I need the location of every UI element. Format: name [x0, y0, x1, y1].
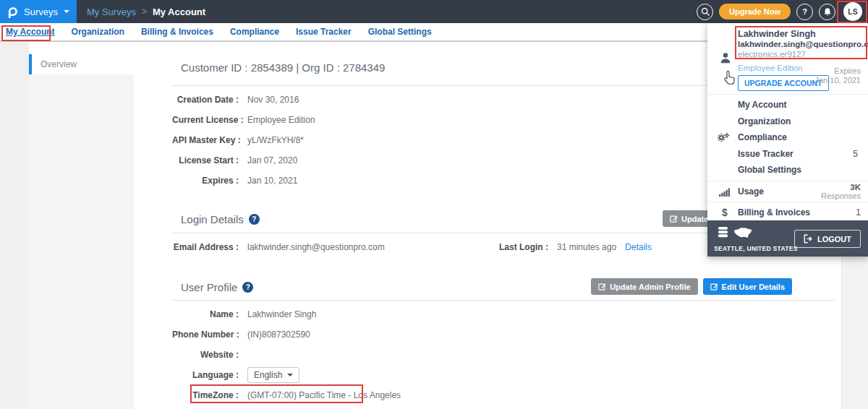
help-button[interactable]: ? — [796, 4, 813, 20]
field-label: TimeZone : — [172, 390, 239, 400]
timezone-value: (GMT-07:00) Pacific Time - Los Angeles — [247, 390, 401, 400]
menu-item-usage[interactable]: Usage 3K Responses — [707, 181, 868, 202]
menu-item-issue-tracker[interactable]: Issue Tracker 5 — [707, 146, 868, 163]
tab-billing-invoices[interactable]: Billing & Invoices — [141, 27, 213, 37]
edit-user-details-label: Edit User Details — [722, 283, 785, 291]
bell-icon — [823, 7, 832, 17]
sidebar-item-overview[interactable]: Overview — [29, 54, 134, 74]
menu-item-compliance[interactable]: Compliance — [707, 129, 868, 146]
field-value: Jan 10, 2021 — [247, 176, 297, 186]
field-value: (IN)8087302590 — [247, 330, 310, 340]
edit-icon — [670, 215, 678, 223]
tab-global-settings[interactable]: Global Settings — [368, 27, 432, 37]
field-label: Website : — [172, 350, 239, 360]
field-label: Current License : — [172, 115, 239, 125]
field-row-timezone: TimeZone : (GMT-07:00) Pacific Time - Lo… — [172, 385, 835, 405]
product-switcher[interactable]: Surveys — [0, 0, 77, 23]
product-name: Surveys — [24, 7, 58, 17]
last-login-block: Last Login : 31 minutes ago Details — [499, 237, 652, 257]
top-bar: Surveys My Surveys > My Account Upgrade … — [0, 0, 868, 23]
issue-tracker-count: 5 — [853, 149, 858, 159]
update-admin-profile-button[interactable]: Update Admin Profile — [591, 278, 697, 295]
questionpro-logo-icon — [7, 6, 19, 18]
login-details-help-icon[interactable]: ? — [249, 214, 260, 225]
breadcrumb: My Surveys > My Account — [87, 7, 205, 17]
menu-item-organization[interactable]: Organization — [707, 113, 868, 130]
last-login-label: Last Login : — [499, 242, 548, 252]
customer-org-id-title: Customer ID : 2854389 | Org ID : 2784349 — [181, 61, 385, 74]
user-avatar[interactable]: LS — [843, 2, 862, 21]
dropdown-user-email: lakhwinder.singh@questionpro.com — [738, 39, 859, 49]
field-label: Expires : — [172, 176, 239, 186]
dropdown-menu: My Account Organization Compliance Issue… — [707, 94, 868, 181]
tab-organization[interactable]: Organization — [72, 27, 124, 37]
server-icon — [716, 225, 730, 242]
search-icon — [701, 7, 710, 16]
menu-item-label: Issue Tracker — [738, 149, 793, 159]
hand-cursor-icon — [723, 69, 736, 88]
left-gutter — [0, 42, 29, 409]
usage-value: 3K — [821, 183, 861, 191]
tab-issue-tracker[interactable]: Issue Tracker — [296, 27, 352, 37]
section-divider — [172, 300, 835, 301]
update-admin-profile-label: Update Admin Profile — [610, 283, 690, 291]
sidebar-item-label: Overview — [41, 59, 77, 69]
datacenter-location: SEATTLE, UNITED STATES — [714, 245, 798, 252]
tab-my-account[interactable]: My Account — [6, 27, 55, 37]
logout-label: LOGOUT — [817, 235, 851, 244]
usage-stats: 3K Responses — [821, 183, 861, 200]
sidebar-body — [29, 74, 134, 409]
menu-item-label: Organization — [738, 116, 791, 126]
chevron-down-icon — [64, 10, 69, 13]
language-value: English — [254, 370, 282, 380]
field-label: Creation Date : — [172, 95, 239, 105]
field-value: Employee Edition — [247, 115, 315, 125]
menu-item-label: My Account — [738, 100, 787, 110]
menu-item-my-account[interactable]: My Account — [707, 97, 868, 113]
field-label: Language : — [172, 370, 239, 380]
logout-button[interactable]: LOGOUT — [794, 230, 861, 248]
field-row-language: Language : English — [172, 365, 835, 385]
upgrade-now-button[interactable]: Upgrade Now — [719, 4, 791, 20]
breadcrumb-my-surveys[interactable]: My Surveys — [87, 7, 136, 17]
menu-item-label: Compliance — [738, 132, 787, 142]
breadcrumb-current-page: My Account — [153, 7, 205, 17]
field-label: License Start : — [172, 155, 239, 165]
bar-chart-icon — [719, 188, 730, 199]
logout-icon — [804, 234, 813, 244]
field-value: yL/WzFkYH/8* — [247, 135, 304, 145]
dropdown-user-block: Lakhwinder Singh lakhwinder.singh@questi… — [707, 23, 868, 91]
field-row-website: Website : — [172, 345, 835, 365]
dropdown-org-id: electronics.er9127 — [738, 49, 859, 59]
login-details-link[interactable]: Details — [625, 242, 652, 252]
tab-compliance[interactable]: Compliance — [230, 27, 279, 37]
language-dropdown[interactable]: English — [247, 367, 299, 383]
email-address-value: lakhwinder.singh@questionpro.com — [247, 242, 385, 252]
usage-label: Usage — [738, 186, 764, 197]
notifications-button[interactable] — [819, 4, 835, 20]
field-row-phone-number: Phone Number : (IN)8087302590 — [172, 324, 835, 345]
billing-count: 1 — [856, 207, 861, 218]
menu-item-global-settings[interactable]: Global Settings — [707, 162, 868, 178]
field-value: Lakhwinder Singh — [247, 309, 316, 319]
menu-item-billing-invoices[interactable]: $ Billing & Invoices 1 — [707, 202, 868, 223]
dollar-icon: $ — [722, 207, 728, 218]
usage-unit: Responses — [821, 191, 861, 200]
dropdown-user-name: Lakhwinder Singh — [738, 29, 859, 39]
user-dropdown-panel: Lakhwinder Singh lakhwinder.singh@questi… — [707, 23, 868, 257]
field-label: Email Address : — [172, 242, 239, 252]
questionpro-app: Surveys My Surveys > My Account Upgrade … — [0, 0, 868, 409]
section-user-profile: User Profile ? Update Admin Profile Edit… — [172, 280, 835, 405]
breadcrumb-separator: > — [142, 7, 147, 17]
menu-item-label: Global Settings — [738, 165, 801, 175]
gears-icon — [717, 132, 730, 145]
user-profile-title: User Profile — [181, 281, 237, 293]
field-label: Phone Number : — [172, 330, 239, 340]
billing-label: Billing & Invoices — [738, 207, 810, 218]
edit-user-details-button[interactable]: Edit User Details — [703, 278, 792, 295]
field-row-name: Name : Lakhwinder Singh — [172, 304, 835, 324]
search-button[interactable] — [697, 4, 713, 20]
user-profile-help-icon[interactable]: ? — [242, 282, 253, 293]
field-value: Jan 07, 2020 — [247, 155, 297, 165]
edit-icon — [598, 283, 606, 290]
